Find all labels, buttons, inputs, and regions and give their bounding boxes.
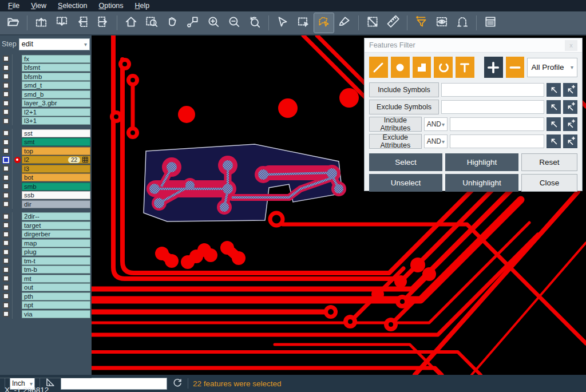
layer-checkbox[interactable] bbox=[3, 231, 9, 237]
layer-row-smd_t[interactable]: smd_t bbox=[0, 81, 92, 90]
layer-name[interactable]: pth bbox=[22, 292, 90, 300]
layer-checkbox[interactable] bbox=[3, 118, 9, 124]
layer-checkbox[interactable] bbox=[3, 213, 9, 220]
layer-row-out[interactable]: out bbox=[0, 283, 92, 292]
layer-name[interactable]: top bbox=[22, 147, 90, 155]
exclude-symbols-input[interactable] bbox=[441, 100, 544, 114]
layer-name[interactable]: bfsmt bbox=[22, 64, 90, 72]
clear-brush-button[interactable] bbox=[335, 13, 354, 33]
layer-name[interactable]: fx bbox=[22, 55, 90, 63]
layer-row-layer_3.gbr[interactable]: layer_3.gbr bbox=[0, 99, 92, 108]
menu-help[interactable]: Help bbox=[129, 1, 156, 11]
feature-type-text-button[interactable] bbox=[456, 57, 474, 78]
add-filter-button[interactable] bbox=[484, 57, 503, 78]
layer-name[interactable]: l2+1 bbox=[22, 108, 90, 116]
layer-name[interactable]: l3 bbox=[22, 165, 90, 173]
menu-view[interactable]: View bbox=[25, 1, 52, 11]
zoom-in-button[interactable] bbox=[204, 13, 223, 33]
layer-name[interactable]: target bbox=[22, 221, 90, 229]
layer-checkbox[interactable] bbox=[3, 284, 9, 291]
close-icon[interactable]: x bbox=[565, 40, 577, 51]
menu-options[interactable]: Options bbox=[93, 1, 129, 11]
pick-include-symbols-button[interactable] bbox=[547, 83, 561, 97]
open-file-button[interactable] bbox=[3, 13, 23, 33]
layer-name[interactable]: sst bbox=[22, 129, 90, 137]
layer-name[interactable]: map bbox=[22, 239, 90, 247]
layer-checkbox[interactable] bbox=[3, 130, 9, 136]
layer-name[interactable]: smb bbox=[22, 183, 90, 191]
layer-name[interactable]: bot bbox=[22, 173, 90, 181]
layer-row-top[interactable]: top bbox=[0, 146, 92, 156]
layer-name[interactable]: l222 bbox=[22, 156, 90, 164]
layer-row-ssb[interactable]: ssb bbox=[0, 191, 92, 200]
report-form-button[interactable] bbox=[481, 13, 500, 33]
layer-name[interactable]: tm-t bbox=[22, 257, 90, 265]
menu-file[interactable]: File bbox=[2, 1, 25, 11]
layer-name[interactable]: out bbox=[22, 283, 90, 291]
layer-checkbox[interactable] bbox=[3, 192, 9, 199]
include-attributes-and-combobox[interactable]: AND ▾ bbox=[424, 117, 448, 131]
layer-name[interactable]: layer_3.gbr bbox=[22, 99, 90, 107]
layer-row-mt[interactable]: mt bbox=[0, 274, 92, 283]
layer-checkbox[interactable] bbox=[3, 157, 9, 163]
layer-name[interactable]: l3+1 bbox=[22, 117, 90, 125]
layer-checkbox[interactable] bbox=[3, 65, 9, 71]
include-symbols-input[interactable] bbox=[441, 83, 544, 97]
measure-ruler-button[interactable] bbox=[383, 13, 403, 33]
layer-checkbox[interactable] bbox=[3, 267, 9, 273]
close-button[interactable]: Close bbox=[521, 174, 577, 192]
layer-row-plug[interactable]: plug bbox=[0, 248, 92, 257]
layer-name[interactable]: smd_t bbox=[22, 81, 90, 89]
layer-checkbox[interactable] bbox=[3, 73, 9, 80]
pick-include-attributes-button[interactable] bbox=[547, 117, 561, 131]
zoom-selection-button[interactable] bbox=[183, 13, 203, 33]
layer-row-fx[interactable]: fx bbox=[0, 54, 92, 64]
exclude-attributes-and-combobox[interactable]: AND ▾ bbox=[424, 134, 448, 148]
layer-row-map[interactable]: map bbox=[0, 239, 92, 248]
include-attributes-input[interactable] bbox=[450, 117, 544, 131]
menu-selection[interactable]: Selection bbox=[52, 1, 93, 11]
layer-row-pth[interactable]: pth bbox=[0, 292, 92, 301]
layer-row-2dir--[interactable]: 2dir-- bbox=[0, 212, 92, 221]
layer-name[interactable]: bfsmb bbox=[22, 73, 90, 81]
layer-row-via[interactable]: via bbox=[0, 310, 92, 319]
feature-type-line-button[interactable] bbox=[369, 57, 388, 78]
dialog-titlebar[interactable]: Features Filter x bbox=[365, 38, 582, 53]
layer-checkbox[interactable] bbox=[3, 222, 9, 228]
zoom-area-button[interactable] bbox=[142, 13, 161, 33]
pick-add-exclude-attributes-button[interactable] bbox=[563, 134, 577, 148]
layer-row-target[interactable]: target bbox=[0, 221, 92, 230]
pan-right-button[interactable] bbox=[93, 13, 113, 33]
layer-name[interactable]: plug bbox=[22, 248, 90, 256]
pick-exclude-attributes-button[interactable] bbox=[547, 134, 561, 148]
grid-icon[interactable] bbox=[82, 157, 88, 163]
include-attributes-button[interactable]: Include Attributes bbox=[369, 117, 422, 132]
layer-row-bot[interactable]: bot bbox=[0, 173, 92, 183]
zoom-out-button[interactable] bbox=[224, 13, 244, 33]
layer-checkbox[interactable] bbox=[3, 82, 9, 89]
layer-row-l2[interactable]: l222 bbox=[0, 156, 92, 165]
reset-button[interactable]: Reset bbox=[521, 153, 577, 171]
pick-add-include-symbols-button[interactable] bbox=[563, 83, 577, 97]
highlight-button[interactable]: Highlight bbox=[445, 153, 518, 171]
layer-checkbox[interactable] bbox=[3, 302, 9, 308]
zoom-previous-button[interactable] bbox=[245, 13, 264, 33]
step-combobox[interactable]: edit ▾ bbox=[19, 38, 90, 50]
exclude-attributes-button[interactable]: Exclude Attributes bbox=[369, 134, 422, 149]
layer-checkbox[interactable] bbox=[3, 201, 9, 207]
unhighlight-button[interactable]: Unhighlight bbox=[445, 174, 518, 192]
layer-name[interactable]: 2dir-- bbox=[22, 212, 90, 220]
layer-name[interactable]: npt bbox=[22, 301, 90, 309]
layer-checkbox[interactable] bbox=[3, 249, 9, 255]
pan-hand-button[interactable] bbox=[163, 13, 182, 33]
layer-name[interactable]: smd_b bbox=[22, 90, 90, 98]
pick-add-include-attributes-button[interactable] bbox=[563, 117, 577, 131]
layer-row-l3[interactable]: l3 bbox=[0, 164, 92, 173]
layer-checkbox[interactable] bbox=[3, 91, 9, 97]
exclude-symbols-button[interactable]: Exclude Symbols bbox=[369, 100, 439, 114]
layer-checkbox[interactable] bbox=[3, 311, 9, 317]
select-button[interactable]: Select bbox=[369, 153, 442, 171]
pan-down-button[interactable] bbox=[52, 13, 72, 33]
layer-row-tm-b[interactable]: tm-b bbox=[0, 266, 92, 275]
refresh-icon[interactable] bbox=[172, 377, 183, 390]
